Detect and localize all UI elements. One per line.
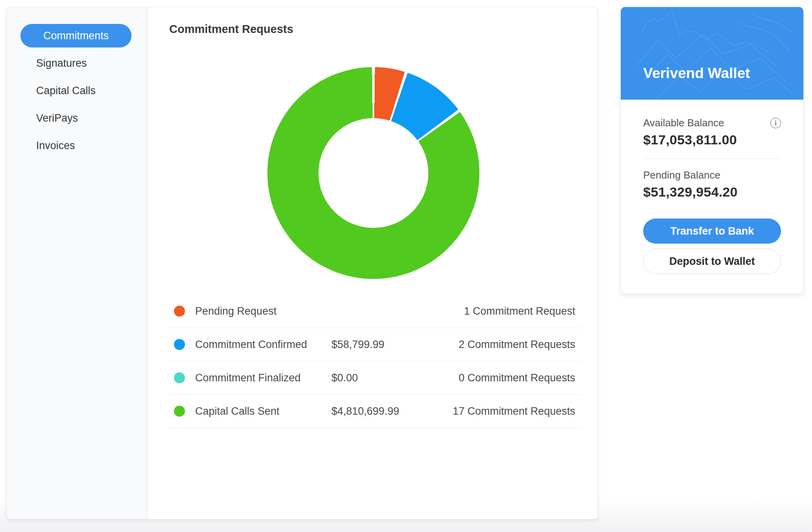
wallet-card: Verivend Wallet Available Balance i $17,… — [620, 7, 804, 294]
available-balance-label: Available Balance — [643, 117, 724, 129]
legend-label: Commitment Confirmed — [195, 339, 331, 351]
page-title: Commitment Requests — [169, 23, 293, 36]
sidebar-item-signatures[interactable]: Signatures — [7, 57, 87, 69]
legend-amount: $4,810,699.99 — [331, 405, 453, 417]
sidebar-nav-row: Commitments — [7, 22, 147, 49]
sidebar: CommitmentsSignaturesCapital CallsVeriPa… — [7, 7, 147, 519]
pending-balance-value: $51,329,954.20 — [643, 184, 781, 200]
wallet-header-pattern — [621, 7, 803, 100]
legend-amount: $0.00 — [331, 372, 459, 384]
legend-count: 1 Commitment Request — [464, 305, 575, 317]
legend-dot-icon — [174, 339, 185, 350]
sidebar-item-invoices[interactable]: Invoices — [7, 140, 75, 152]
sidebar-nav: CommitmentsSignaturesCapital CallsVeriPa… — [7, 22, 147, 159]
legend-dot-icon — [174, 406, 185, 417]
legend-row-commitment-finalized: Commitment Finalized$0.000 Commitment Re… — [169, 361, 582, 395]
donut-hole — [318, 118, 428, 228]
sidebar-nav-row: Capital Calls — [7, 77, 147, 104]
sidebar-nav-row: VeriPays — [7, 104, 147, 132]
chart-legend-table: Pending Request1 Commitment RequestCommi… — [169, 295, 582, 428]
legend-row-pending-request: Pending Request1 Commitment Request — [169, 295, 582, 328]
commitment-requests-donut-chart — [267, 67, 479, 279]
info-icon[interactable]: i — [770, 118, 781, 128]
legend-label: Pending Request — [195, 305, 331, 317]
sidebar-item-veripays[interactable]: VeriPays — [7, 112, 78, 124]
legend-dot-icon — [174, 306, 185, 317]
pending-balance-label: Pending Balance — [643, 169, 781, 181]
sidebar-nav-row: Invoices — [7, 132, 147, 159]
transfer-to-bank-button[interactable]: Transfer to Bank — [643, 219, 781, 244]
legend-row-capital-calls-sent: Capital Calls Sent$4,810,699.9917 Commit… — [169, 395, 582, 428]
sidebar-nav-row: Signatures — [7, 49, 147, 77]
commitments-panel: CommitmentsSignaturesCapital CallsVeriPa… — [6, 7, 598, 519]
legend-count: 17 Commitment Requests — [453, 405, 575, 417]
legend-count: 0 Commitment Requests — [459, 372, 575, 384]
legend-row-commitment-confirmed: Commitment Confirmed$58,799.992 Commitme… — [169, 328, 582, 361]
legend-label: Capital Calls Sent — [195, 405, 331, 417]
available-balance-value: $17,053,811.00 — [643, 132, 781, 148]
wallet-divider — [643, 159, 781, 159]
legend-amount: $58,799.99 — [331, 339, 459, 351]
legend-count: 2 Commitment Requests — [459, 339, 575, 351]
deposit-to-wallet-button[interactable]: Deposit to Wallet — [643, 249, 781, 274]
sidebar-item-capital-calls[interactable]: Capital Calls — [7, 85, 96, 97]
wallet-body: Available Balance i $17,053,811.00 Pendi… — [621, 100, 803, 274]
wallet-title: Verivend Wallet — [643, 65, 750, 82]
legend-label: Commitment Finalized — [195, 372, 331, 384]
sidebar-item-commitments[interactable]: Commitments — [20, 24, 132, 47]
wallet-header: Verivend Wallet — [621, 7, 803, 100]
legend-dot-icon — [174, 372, 185, 383]
